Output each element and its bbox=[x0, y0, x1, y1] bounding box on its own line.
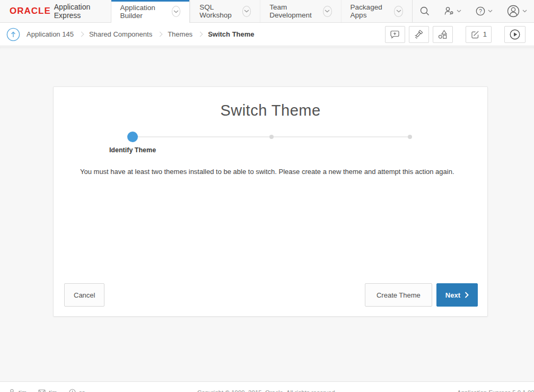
footer-version: Application Express 5.0.1.00.0 bbox=[457, 389, 534, 392]
footer-session-text: sa bbox=[79, 389, 85, 392]
chevron-down-icon[interactable] bbox=[323, 6, 332, 17]
page-background: Switch Theme Identify Theme You must hav… bbox=[0, 47, 534, 381]
next-button-label: Next bbox=[445, 291, 460, 299]
breadcrumb-shared-components[interactable]: Shared Components bbox=[89, 30, 152, 38]
top-utility-icons: ? bbox=[412, 0, 534, 22]
admin-wrench-icon bbox=[444, 6, 454, 16]
oracle-logo: ORACLE bbox=[10, 6, 51, 16]
comment-add-icon bbox=[390, 30, 400, 39]
wizard-buttons: Cancel Create Theme Next bbox=[64, 283, 478, 307]
person-icon bbox=[8, 389, 15, 392]
edit-page-button[interactable]: 1 bbox=[466, 26, 492, 43]
tab-sql-workshop[interactable]: SQL Workshop bbox=[190, 0, 260, 22]
create-theme-button[interactable]: Create Theme bbox=[365, 283, 432, 307]
chevron-down-icon[interactable] bbox=[242, 6, 251, 17]
progress-step-2 bbox=[269, 135, 274, 139]
chevron-down-icon[interactable] bbox=[172, 6, 181, 17]
tab-packaged-apps[interactable]: Packaged Apps bbox=[341, 0, 412, 22]
logo: ORACLE Application Express bbox=[0, 0, 111, 22]
tab-label: Packaged Apps bbox=[351, 3, 389, 19]
footer: tim tim sa Copyright © 1999, 2015, Oracl… bbox=[0, 381, 534, 392]
mail-icon bbox=[38, 389, 46, 392]
breadcrumb-bar: Application 145 Shared Components Themes… bbox=[0, 23, 534, 46]
shared-components-button[interactable] bbox=[433, 26, 453, 43]
progress-step-3 bbox=[408, 135, 412, 139]
search-icon bbox=[419, 6, 430, 16]
help-icon: ? bbox=[475, 6, 486, 16]
current-step-label: Identify Theme bbox=[109, 146, 156, 154]
edit-page-number: 1 bbox=[483, 30, 487, 38]
help-menu[interactable]: ? bbox=[468, 0, 500, 22]
run-application-button[interactable] bbox=[504, 26, 526, 43]
breadcrumb-actions: 1 bbox=[385, 26, 529, 43]
breadcrumb-separator bbox=[198, 32, 203, 37]
page-title: Switch Theme bbox=[54, 102, 487, 119]
chevron-down-icon bbox=[457, 10, 461, 13]
product-name: Application Express bbox=[54, 3, 97, 20]
administration-menu[interactable] bbox=[437, 0, 468, 22]
svg-text:?: ? bbox=[479, 8, 482, 14]
search-button[interactable] bbox=[413, 0, 437, 22]
next-button[interactable]: Next bbox=[436, 283, 478, 307]
top-navigation-bar: ORACLE Application Express Application B… bbox=[0, 0, 534, 23]
footer-user: tim bbox=[8, 389, 27, 392]
cancel-button[interactable]: Cancel bbox=[64, 283, 104, 307]
spotlight-icon bbox=[414, 29, 424, 40]
breadcrumb-application[interactable]: Application 145 bbox=[27, 30, 74, 38]
edit-page-icon bbox=[470, 30, 480, 39]
tab-application-builder[interactable]: Application Builder bbox=[111, 0, 190, 23]
footer-workspace-name: tim bbox=[49, 389, 57, 392]
up-arrow-icon bbox=[6, 28, 20, 41]
clock-icon bbox=[69, 389, 76, 392]
add-comment-button[interactable] bbox=[385, 26, 405, 43]
breadcrumb-separator bbox=[78, 32, 84, 37]
footer-session: sa bbox=[69, 389, 85, 392]
breadcrumb-switch-theme: Switch Theme bbox=[208, 30, 254, 38]
chevron-down-icon bbox=[522, 10, 527, 13]
up-level-button[interactable] bbox=[6, 28, 20, 41]
tab-label: Application Builder bbox=[120, 4, 167, 20]
chevron-down-icon bbox=[488, 10, 493, 13]
spotlight-search-button[interactable] bbox=[409, 26, 429, 43]
user-icon bbox=[506, 4, 520, 18]
footer-workspace: tim bbox=[38, 389, 57, 392]
chevron-down-icon[interactable] bbox=[394, 6, 403, 17]
breadcrumb-themes[interactable]: Themes bbox=[168, 30, 192, 38]
shared-components-icon bbox=[437, 29, 448, 40]
run-app-icon bbox=[509, 29, 521, 40]
wizard-progress: Identify Theme bbox=[54, 132, 487, 163]
next-chevron-icon bbox=[465, 292, 469, 298]
footer-session-info: tim tim sa bbox=[0, 389, 85, 392]
wizard-message: You must have at least two themes instal… bbox=[54, 168, 487, 176]
tab-label: Team Development bbox=[269, 3, 318, 19]
footer-copyright: Copyright © 1999, 2015, Oracle. All righ… bbox=[197, 389, 337, 392]
footer-user-name: tim bbox=[19, 389, 27, 392]
tab-label: SQL Workshop bbox=[199, 3, 237, 19]
tab-team-development[interactable]: Team Development bbox=[260, 0, 340, 22]
progress-step-1-active bbox=[127, 132, 138, 142]
breadcrumb-separator bbox=[157, 32, 163, 37]
user-account-menu[interactable] bbox=[500, 0, 534, 22]
switch-theme-wizard-card: Switch Theme Identify Theme You must hav… bbox=[53, 86, 488, 317]
